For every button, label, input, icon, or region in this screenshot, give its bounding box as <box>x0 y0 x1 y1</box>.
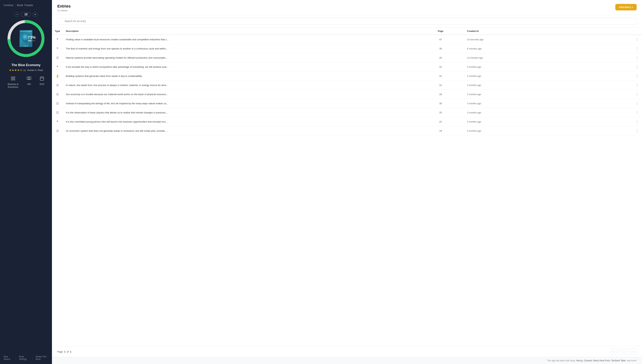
next-page-button[interactable]: › <box>624 349 630 354</box>
meta-year: 2010 <box>40 76 44 88</box>
table-row: ☑Natural systems provide fascinating ope… <box>52 53 642 62</box>
progress-ring-container: THE BLUE ECONOMY Gunter Pauli 100 Millio… <box>6 19 46 58</box>
entry-type-icon: ❝ <box>56 66 58 68</box>
entry-type-icon: 💡 <box>56 74 59 78</box>
svg-rect-3 <box>14 79 15 80</box>
created-cell: 13 minutes ago <box>464 53 632 62</box>
tech-link[interactable]: Next.js, Zustand, React Hook Form, TanSt… <box>576 359 626 362</box>
description-text: Finding value in available local resourc… <box>66 38 168 41</box>
th-type: Type <box>52 28 63 35</box>
table-row: ☑An economic system that does not genera… <box>52 126 642 136</box>
entries-table-container: Type Description Page Created At ❝Findin… <box>52 28 642 346</box>
author-name: Gunter A. Pauli <box>27 69 43 72</box>
description-cell: In nature, the waste from one process is… <box>63 80 417 90</box>
page-cell: 26 <box>417 99 464 108</box>
page-cell: 19 <box>417 126 464 136</box>
description-cell: Finding value in available local resourc… <box>63 35 417 44</box>
page-current: 1 <box>64 350 66 353</box>
created-cell: 3 months ago <box>464 62 632 72</box>
row-actions-button[interactable]: ⋮ <box>634 37 640 42</box>
type-icon-cell: ☑ <box>52 99 63 108</box>
actions-cell: ⋮ <box>632 99 642 108</box>
meta-row: Business &Economics 340 2010 <box>4 76 48 88</box>
header-left: Entries 11 entries <box>57 4 71 12</box>
page-cell: 31 <box>417 62 464 72</box>
brand-name: Corteza <box>4 4 13 7</box>
left-panel: Corteza | Book Tracker − + THE BLUE ECON… <box>0 0 52 364</box>
row-actions-button[interactable]: ⋮ <box>634 55 640 60</box>
first-page-button[interactable]: « <box>610 349 616 354</box>
actions-cell: ⋮ <box>632 53 642 62</box>
description-text: Natural systems provide fascinating oper… <box>66 56 167 59</box>
svg-rect-2 <box>11 79 13 80</box>
bottom-footer: This app has been built using Next.js, Z… <box>52 357 642 364</box>
table-row: 💡Building systems that generate value fr… <box>52 72 642 80</box>
stars-row: ★★★★½ by Gunter A. Pauli <box>9 68 43 72</box>
footer-sep-1: | <box>16 356 16 359</box>
row-actions-button[interactable]: ⋮ <box>634 128 640 133</box>
svg-rect-1 <box>14 77 15 78</box>
book-cover-wrap: THE BLUE ECONOMY Gunter Pauli 100 Millio… <box>20 30 32 47</box>
type-icon-cell: ☑ <box>52 53 63 62</box>
book-settings-link[interactable]: Book Settings <box>19 356 29 360</box>
author-by: by Gunter A. Pauli <box>24 69 43 72</box>
year-icon <box>40 76 44 82</box>
category-icon <box>11 76 16 82</box>
entries-count: 11 entries <box>57 9 71 12</box>
row-actions-button[interactable]: ⋮ <box>634 74 640 78</box>
th-actions <box>632 28 642 35</box>
actions-cell: ⋮ <box>632 44 642 53</box>
description-cell: It is the committed young person who wil… <box>63 117 417 126</box>
row-actions-button[interactable]: ⋮ <box>634 119 640 124</box>
new-search-link[interactable]: New Search <box>4 356 13 360</box>
th-page: Page <box>417 28 464 35</box>
add-entry-button[interactable]: Add Entry + <box>615 4 637 10</box>
row-actions-button[interactable]: ⋮ <box>634 110 640 115</box>
increase-button[interactable]: + <box>32 12 38 17</box>
created-cell: 3 months ago <box>464 126 632 136</box>
row-actions-button[interactable]: ⋮ <box>634 101 640 106</box>
description-cell: It is the observation of basic physics t… <box>63 108 417 117</box>
page-counter-row: − + <box>14 12 38 17</box>
actions-cell: ⋮ <box>632 108 642 117</box>
description-text: An economic system that does not generat… <box>66 130 167 132</box>
page-total: 1 <box>70 350 71 353</box>
row-actions-button[interactable]: ⋮ <box>634 64 640 69</box>
star-rating: ★★★★½ <box>9 68 22 72</box>
search-input[interactable] <box>57 18 637 24</box>
by-label: by <box>24 69 26 72</box>
row-actions-button[interactable]: ⋮ <box>634 92 640 96</box>
row-actions-button[interactable]: ⋮ <box>634 83 640 88</box>
year-label: 2010 <box>40 83 44 86</box>
counter-input[interactable] <box>22 12 30 17</box>
pagination-info: Page 1 of 1 <box>57 350 72 353</box>
description-cell: Building systems that generate value fro… <box>63 72 417 80</box>
prev-page-button[interactable]: ‹ <box>617 349 623 354</box>
description-text: Building systems that generate value fro… <box>66 75 142 78</box>
page-navigation: « ‹ › » <box>610 349 637 354</box>
app-title: Corteza | Book Tracker <box>4 4 33 7</box>
delete-book-link[interactable]: Delete This Book <box>36 356 48 360</box>
page-of: of <box>67 350 69 353</box>
entries-table: Type Description Page Created At ❝Findin… <box>52 28 642 136</box>
pages-label: 340 <box>27 83 31 86</box>
created-cell: 10 seconds ago <box>464 35 632 44</box>
footer-text: This app has been built using Next.js, Z… <box>547 359 637 362</box>
meta-pages: 340 <box>27 76 31 88</box>
total-pages: 340 <box>32 40 35 42</box>
category-label: Business &Economics <box>8 83 18 88</box>
page-cell: 25 <box>417 108 464 117</box>
description-text: If we emulate the way in which ecosystem… <box>66 66 168 68</box>
decrease-button[interactable]: − <box>14 12 19 17</box>
type-icon-cell: ❝ <box>52 117 63 126</box>
book-cover-title-text: THE BLUE ECONOMY <box>20 31 32 32</box>
last-page-button[interactable]: » <box>631 349 637 354</box>
calendar-icon <box>40 76 44 81</box>
row-actions-button[interactable]: ⋮ <box>634 46 640 51</box>
table-body: ❝Finding value in available local resour… <box>52 35 642 136</box>
actions-cell: ⋮ <box>632 80 642 90</box>
page-cell: 31 <box>417 80 464 90</box>
actions-cell: ⋮ <box>632 72 642 80</box>
footer-links: New Search | Book Settings | Delete This… <box>4 356 48 360</box>
pages-icon <box>27 76 31 82</box>
